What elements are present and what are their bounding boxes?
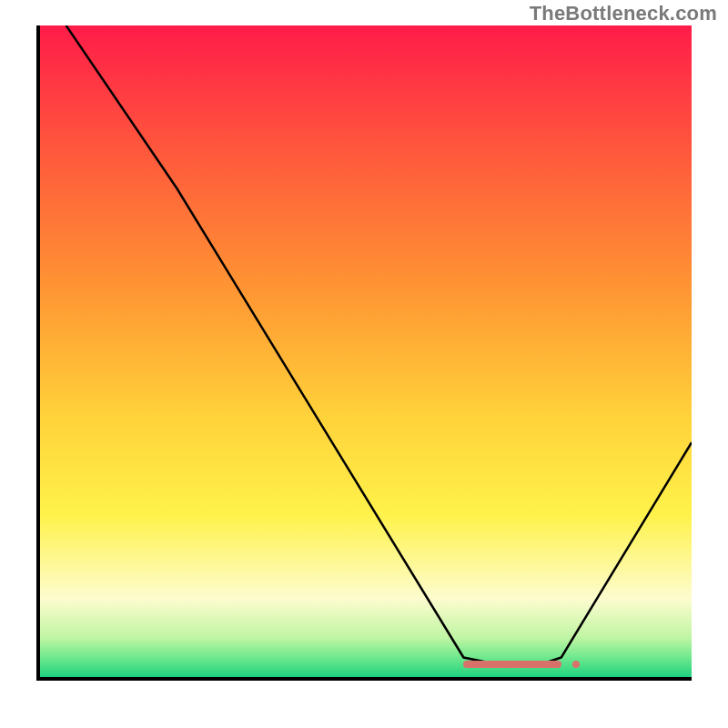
bottleneck-curve <box>40 25 692 677</box>
watermark-text: TheBottleneck.com <box>530 2 717 25</box>
plot-area <box>36 25 692 681</box>
optimum-marker <box>463 661 561 668</box>
optimum-marker-dot <box>572 661 580 668</box>
